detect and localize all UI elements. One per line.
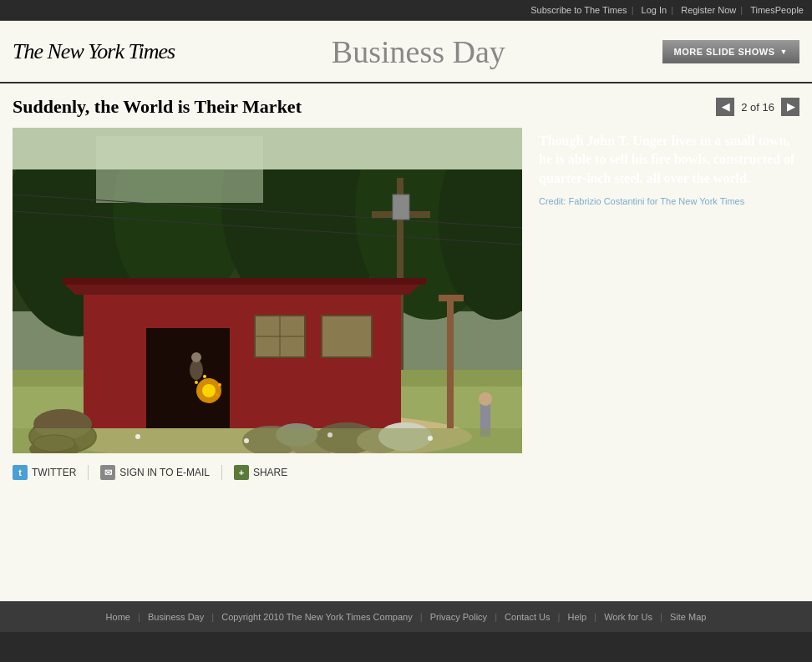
general-share[interactable]: + SHARE [234,465,299,480]
login-link[interactable]: Log In [642,5,667,15]
svg-point-29 [218,383,221,387]
footer-sep2: | [211,612,214,622]
email-icon: ✉ [100,465,115,480]
twitter-share[interactable]: t TWITTER [13,465,89,480]
business-day-link[interactable]: Business Day [148,612,204,622]
twitter-icon: t [13,465,28,480]
register-link[interactable]: Register Now [681,5,736,15]
svg-point-27 [202,384,216,397]
svg-rect-7 [13,128,522,169]
more-slideshows-button[interactable]: MORE SLIDE SHOWS ▼ [662,40,799,63]
section-title: Business Day [332,33,505,70]
timespeople-link[interactable]: TimesPeople [750,5,804,15]
svg-rect-19 [146,328,230,428]
chevron-down-icon: ▼ [780,48,788,56]
credit-text: Credit: Fabrizio Costantini for The New … [539,196,799,206]
share-icon: + [234,465,249,480]
more-slideshows-label: MORE SLIDE SHOWS [674,47,775,57]
svg-rect-13 [393,195,409,220]
svg-point-33 [191,352,201,362]
contact-link[interactable]: Contact Us [505,612,550,622]
credit-prefix: Credit: [539,196,566,206]
content-row: t TWITTER ✉ SIGN IN TO E-MAIL + SHARE Th… [13,128,799,480]
page-header: The New York Times Business Day MORE SLI… [0,21,812,83]
sitemap-link[interactable]: Site Map [670,612,706,622]
image-area: t TWITTER ✉ SIGN IN TO E-MAIL + SHARE [13,128,522,480]
main-content: Suddenly, the World is Their Market ◀ 2 … [0,83,812,601]
footer-sep1: | [138,612,140,622]
help-link[interactable]: Help [568,612,587,622]
svg-point-30 [203,375,206,378]
next-slide-button[interactable]: ▶ [781,98,799,116]
footer-sep6: | [594,612,596,622]
credit-name: Fabrizio Costantini for The New York Tim… [568,196,744,206]
copyright-link[interactable]: Copyright 2010 The New York Times Compan… [221,612,412,622]
slideshow-header: Suddenly, the World is Their Market ◀ 2 … [13,96,799,118]
share-label: SHARE [253,467,287,478]
svg-rect-48 [13,428,522,453]
svg-rect-8 [96,136,263,203]
subscribe-link[interactable]: Subscribe to The Times [530,5,627,15]
svg-point-52 [428,436,433,441]
email-label: SIGN IN TO E-MAIL [119,467,210,478]
slideshow-navigation: ◀ 2 of 16 ▶ [716,98,799,116]
page-footer: Home | Business Day | Copyright 2010 The… [0,601,812,632]
svg-rect-21 [63,278,426,285]
svg-point-47 [479,392,492,406]
privacy-link[interactable]: Privacy Policy [430,612,487,622]
svg-point-51 [327,432,332,437]
work-link[interactable]: Work for Us [604,612,652,622]
svg-rect-44 [447,295,454,428]
svg-point-32 [190,360,203,380]
caption-area: Though John T. Unger lives in a small to… [539,128,799,480]
svg-point-49 [135,434,140,439]
sep1: | [632,5,634,15]
caption-text: Though John T. Unger lives in a small to… [539,132,799,188]
svg-point-50 [244,438,249,443]
slideshow-image [13,128,522,453]
email-share[interactable]: ✉ SIGN IN TO E-MAIL [100,465,222,480]
twitter-label: TWITTER [32,467,76,478]
svg-point-31 [216,393,219,397]
scene-illustration [13,128,522,453]
sep3: | [740,5,743,15]
home-link[interactable]: Home [106,612,130,622]
footer-sep7: | [660,612,662,622]
footer-sep5: | [558,612,561,622]
social-bar: t TWITTER ✉ SIGN IN TO E-MAIL + SHARE [13,465,522,480]
footer-sep4: | [495,612,497,622]
sep2: | [671,5,673,15]
slide-counter: 2 of 16 [741,101,774,114]
top-navigation-bar: Subscribe to The Times | Log In | Regist… [0,0,812,21]
svg-point-28 [195,381,198,384]
slideshow-title: Suddenly, the World is Their Market [13,96,302,118]
prev-slide-button[interactable]: ◀ [716,98,734,116]
svg-rect-23 [322,316,372,357]
svg-rect-45 [439,295,464,301]
site-logo[interactable]: The New York Times [13,39,175,64]
footer-sep3: | [420,612,423,622]
